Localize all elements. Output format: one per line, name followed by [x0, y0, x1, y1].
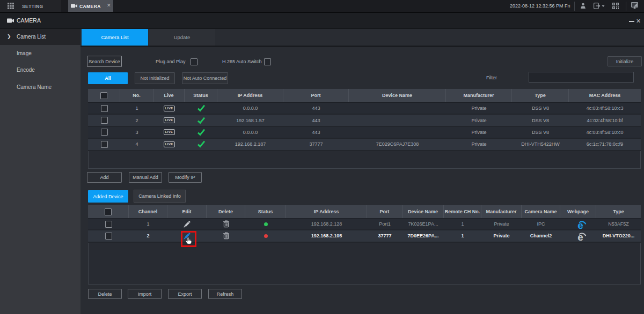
svg-text:e: e [577, 232, 583, 241]
svg-text:e: e [577, 220, 583, 229]
